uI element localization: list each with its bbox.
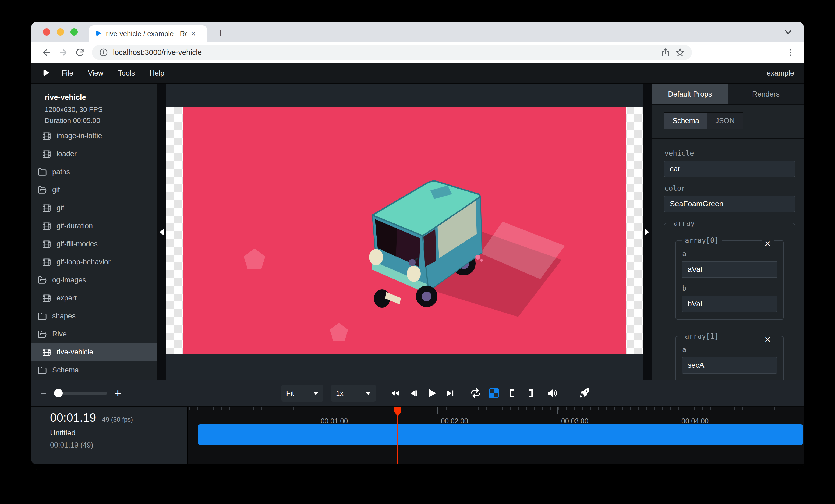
minimize-window-button[interactable] bbox=[57, 28, 64, 36]
ruler-tick bbox=[374, 407, 374, 410]
array-fieldset: array array[0] ✕ a b array[1] ✕ a bbox=[664, 219, 795, 380]
browser-menu-icon[interactable] bbox=[786, 48, 795, 57]
ruler-tick bbox=[654, 407, 655, 410]
composition-canvas[interactable] bbox=[166, 106, 643, 355]
zoom-slider-knob[interactable] bbox=[54, 389, 63, 398]
remotion-logo-icon[interactable] bbox=[41, 68, 50, 78]
sidebar-item-gif[interactable]: gif bbox=[31, 199, 157, 217]
sidebar-collapse-gutter[interactable] bbox=[158, 84, 166, 380]
folder-icon bbox=[38, 312, 47, 321]
sidebar-item-expert[interactable]: expert bbox=[31, 289, 157, 307]
timeline-clip[interactable] bbox=[198, 424, 803, 445]
ruler-tick bbox=[791, 407, 791, 410]
sidebar-item-loader[interactable]: loader bbox=[31, 145, 157, 163]
array-item-1-remove-icon[interactable]: ✕ bbox=[761, 335, 774, 344]
sidebar-item-og-images[interactable]: og-images bbox=[31, 271, 157, 289]
sidebar-item-Rive[interactable]: Rive bbox=[31, 325, 157, 343]
ruler-tick bbox=[470, 407, 470, 410]
maximize-window-button[interactable] bbox=[70, 28, 78, 36]
chevron-down-icon bbox=[313, 392, 319, 398]
rocket-icon[interactable] bbox=[578, 387, 591, 400]
collapse-left-icon[interactable] bbox=[160, 229, 164, 236]
array-0-b-input[interactable] bbox=[682, 296, 777, 312]
props-panel-tabs: Default Props Renders bbox=[652, 84, 804, 105]
sidebar-item-gif-loop-behavior[interactable]: gif-loop-behavior bbox=[31, 253, 157, 271]
mode-schema[interactable]: Schema bbox=[665, 113, 707, 129]
next-frame-icon[interactable] bbox=[444, 387, 457, 400]
ruler-tick bbox=[751, 407, 751, 410]
tab-search-chevron-icon[interactable] bbox=[783, 29, 793, 36]
sidebar-item-gif-duration[interactable]: gif-duration bbox=[31, 217, 157, 235]
ruler-tick bbox=[302, 407, 302, 410]
composition-resolution: 1200x630, 30 FPS bbox=[45, 105, 157, 114]
tab-close-icon[interactable]: × bbox=[191, 29, 196, 38]
bookmark-star-icon[interactable] bbox=[675, 48, 685, 57]
fit-select[interactable]: Fit bbox=[281, 385, 323, 401]
ruler-tick bbox=[622, 407, 623, 410]
sidebar-item-gif[interactable]: gif bbox=[31, 181, 157, 199]
array-item-0-remove-icon[interactable]: ✕ bbox=[761, 239, 774, 249]
url-field[interactable]: localhost:3000/rive-vehicle bbox=[92, 45, 692, 60]
speed-select[interactable]: 1x bbox=[331, 385, 376, 401]
van-illustration bbox=[183, 106, 626, 355]
mode-json[interactable]: JSON bbox=[707, 113, 743, 129]
menu-tools[interactable]: Tools bbox=[111, 69, 142, 78]
rewind-icon[interactable] bbox=[389, 387, 402, 400]
schema-json-segment: Schema JSON bbox=[664, 112, 743, 129]
menu-view[interactable]: View bbox=[81, 69, 111, 78]
ruler-tick bbox=[342, 407, 342, 410]
current-time: 00:01.19 bbox=[50, 411, 96, 424]
ruler-tick bbox=[438, 407, 439, 410]
sidebar-item-Schema[interactable]: Schema bbox=[31, 361, 157, 379]
tab-renders[interactable]: Renders bbox=[728, 84, 804, 104]
forward-icon[interactable] bbox=[55, 48, 72, 57]
props-mode-header: Schema JSON bbox=[652, 105, 804, 139]
share-icon[interactable] bbox=[661, 48, 670, 57]
ruler-tick bbox=[678, 407, 679, 410]
tab-default-props[interactable]: Default Props bbox=[652, 84, 728, 104]
window-controls[interactable] bbox=[43, 28, 78, 36]
ruler-tick bbox=[518, 407, 518, 410]
zoom-slider[interactable] bbox=[54, 392, 107, 395]
folder-open-icon bbox=[38, 186, 47, 195]
color-input[interactable] bbox=[664, 195, 795, 212]
menu-help[interactable]: Help bbox=[142, 69, 172, 78]
volume-icon[interactable] bbox=[546, 387, 559, 400]
vehicle-label: vehicle bbox=[665, 149, 795, 158]
ruler-tick bbox=[734, 407, 735, 410]
array-0-a-input[interactable] bbox=[682, 261, 777, 278]
ruler-tick bbox=[670, 407, 671, 410]
ruler-tick bbox=[727, 407, 727, 410]
browser-tab[interactable]: rive-vehicle / example - Remoti × bbox=[89, 25, 207, 42]
sidebar-item-shapes[interactable]: shapes bbox=[31, 307, 157, 325]
reload-icon[interactable] bbox=[72, 48, 88, 57]
out-point-icon[interactable] bbox=[524, 387, 537, 400]
sidebar-item-image-in-lottie[interactable]: image-in-lottie bbox=[31, 127, 157, 145]
site-info-icon[interactable] bbox=[99, 48, 108, 57]
play-icon[interactable] bbox=[426, 387, 439, 400]
previous-frame-icon[interactable] bbox=[407, 387, 420, 400]
folder-open-icon bbox=[38, 330, 47, 339]
panel-collapse-gutter[interactable] bbox=[643, 84, 652, 380]
zoom-in-button[interactable]: + bbox=[114, 386, 121, 400]
timeline-track[interactable]: 00:01.00 00:02.00 00:03.00 00:04.00 bbox=[188, 407, 804, 464]
back-icon[interactable] bbox=[38, 48, 55, 57]
sidebar-item-paths[interactable]: paths bbox=[31, 163, 157, 181]
url-text[interactable]: localhost:3000/rive-vehicle bbox=[113, 48, 656, 57]
vehicle-input[interactable] bbox=[664, 161, 795, 177]
close-window-button[interactable] bbox=[43, 28, 50, 36]
new-tab-button[interactable]: + bbox=[217, 27, 224, 39]
collapse-right-icon[interactable] bbox=[645, 229, 649, 236]
sidebar-item-rive-vehicle[interactable]: rive-vehicle bbox=[31, 343, 157, 361]
menu-file[interactable]: File bbox=[54, 69, 81, 78]
sidebar-item-gif-fill-modes[interactable]: gif-fill-modes bbox=[31, 235, 157, 253]
ruler-tick bbox=[278, 407, 278, 410]
loop-icon[interactable] bbox=[469, 387, 482, 400]
transparency-checkerboard-icon[interactable] bbox=[487, 387, 500, 400]
array-1-a-input[interactable] bbox=[682, 357, 777, 374]
vehicle-animation bbox=[183, 106, 626, 355]
zoom-out-button[interactable]: − bbox=[40, 387, 46, 399]
sidebar-item-label: gif-loop-behavior bbox=[57, 258, 110, 266]
ruler-tick bbox=[446, 407, 447, 410]
in-point-icon[interactable] bbox=[506, 387, 518, 400]
